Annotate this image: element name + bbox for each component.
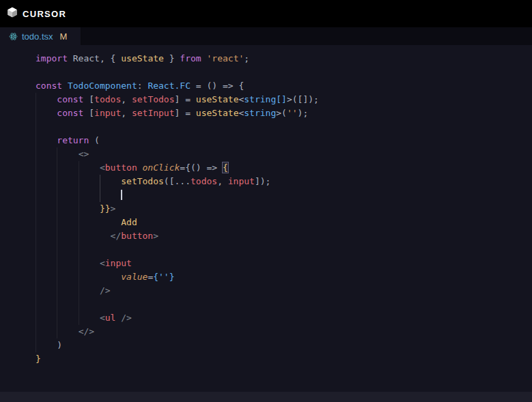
tab-filename: todo.tsx: [22, 31, 53, 42]
code-token: React, {: [68, 53, 121, 63]
code-line[interactable]: const [input, setInput] = useState<strin…: [36, 106, 532, 120]
code-line[interactable]: </button>: [36, 229, 532, 243]
tab-todo-tsx[interactable]: todo.tsx M: [0, 27, 81, 45]
code-token: </: [111, 231, 122, 241]
code-token: ={() =>: [180, 162, 223, 173]
code-token: [36, 190, 121, 200]
app-window: CURSOR todo.tsx M import React, { useSta…: [0, 0, 532, 402]
code-token: useState: [196, 108, 239, 118]
tab-bar: todo.tsx M: [0, 27, 532, 45]
code-token: onClick: [143, 162, 180, 173]
code-line[interactable]: <>: [36, 147, 532, 161]
code-token: ] =: [175, 94, 196, 104]
code-token: setInput: [132, 108, 175, 118]
code-line[interactable]: <button onClick={() => {: [36, 161, 532, 175]
cursor-logo-icon: [7, 7, 18, 20]
code-line[interactable]: <ul />: [36, 311, 532, 325]
code-token: ] =: [175, 108, 196, 118]
code-line[interactable]: [36, 243, 532, 257]
code-line[interactable]: import React, { useState } from 'react';: [36, 52, 532, 66]
code-token: );: [298, 108, 309, 118]
code-token: [36, 285, 100, 296]
code-token: button: [105, 162, 137, 173]
code-token: ([...: [164, 176, 191, 186]
code-token: [36, 162, 100, 173]
editor[interactable]: import React, { useState } from 'react';…: [0, 45, 532, 392]
code-line[interactable]: </>: [36, 325, 532, 339]
code-token: todos: [94, 94, 121, 104]
code-token: <: [100, 162, 105, 173]
code-token: [36, 313, 100, 323]
code-token: [36, 176, 121, 186]
code-token: '': [287, 108, 298, 118]
code-token: [: [83, 94, 94, 104]
code-token: ;: [244, 53, 249, 63]
code-token: import: [36, 53, 68, 63]
code-token: const: [57, 94, 83, 104]
code-token: [36, 272, 121, 282]
code-token: [36, 94, 57, 104]
code-token: [201, 53, 207, 63]
text-caret: [121, 190, 122, 200]
code-line[interactable]: value={''}: [36, 270, 532, 284]
app-name: CURSOR: [23, 9, 66, 19]
code-line[interactable]: ): [36, 339, 532, 352]
code-line[interactable]: [36, 66, 532, 79]
code-token: return: [57, 135, 89, 145]
code-token: }: [36, 354, 41, 364]
code-lines: import React, { useState } from 'react';…: [0, 45, 532, 366]
code-token: ,: [121, 94, 132, 104]
code-line[interactable]: return (: [36, 134, 532, 147]
code-token: setTodos: [132, 94, 175, 104]
code-token: input: [94, 108, 121, 118]
code-token: [36, 135, 57, 145]
code-token: button: [121, 231, 153, 241]
code-token: :: [137, 81, 148, 91]
code-token: useState: [121, 53, 164, 63]
react-icon: [9, 32, 18, 41]
code-line[interactable]: [36, 298, 532, 311]
code-token: [36, 203, 100, 214]
code-line[interactable]: }: [36, 352, 532, 366]
code-token: >: [153, 231, 158, 241]
code-token: useState: [196, 94, 239, 104]
code-token: >(: [276, 108, 287, 118]
code-token: {: [223, 162, 228, 173]
code-line[interactable]: [36, 120, 532, 134]
code-token: ,: [217, 176, 228, 186]
code-token: ]);: [255, 176, 270, 186]
code-token: [36, 217, 121, 227]
code-token: [62, 81, 68, 91]
code-line[interactable]: [36, 188, 532, 202]
code-token: }: [164, 53, 180, 63]
code-line[interactable]: const [todos, setTodos] = useState<strin…: [36, 93, 532, 106]
code-token: <>: [79, 149, 89, 159]
code-token: todos: [191, 176, 217, 186]
code-token: </>: [79, 326, 94, 336]
code-token: ): [36, 340, 62, 350]
code-token: const: [36, 81, 62, 91]
code-token: input: [105, 258, 132, 268]
modified-badge: M: [60, 31, 68, 42]
code-line[interactable]: const TodoComponent: React.FC = () => {: [36, 79, 532, 93]
code-line[interactable]: }}>: [36, 202, 532, 216]
code-token: React.FC: [148, 81, 191, 91]
code-line[interactable]: />: [36, 284, 532, 298]
code-token: string[]: [244, 94, 287, 104]
code-token: >: [111, 203, 116, 214]
code-token: (: [89, 135, 100, 145]
code-line[interactable]: setTodos([...todos, input]);: [36, 175, 532, 188]
code-token: TodoComponent: [68, 81, 137, 91]
code-token: from: [180, 53, 201, 63]
code-token: }}: [100, 203, 111, 214]
code-token: />: [100, 285, 111, 296]
code-line[interactable]: Add: [36, 216, 532, 229]
code-token: [137, 162, 143, 173]
code-token: setTodos: [121, 176, 164, 186]
code-token: input: [228, 176, 255, 186]
code-token: {''}: [153, 272, 174, 282]
code-token: 'react': [207, 53, 244, 63]
code-token: const: [57, 108, 83, 118]
code-token: [36, 108, 57, 118]
code-line[interactable]: <input: [36, 257, 532, 270]
